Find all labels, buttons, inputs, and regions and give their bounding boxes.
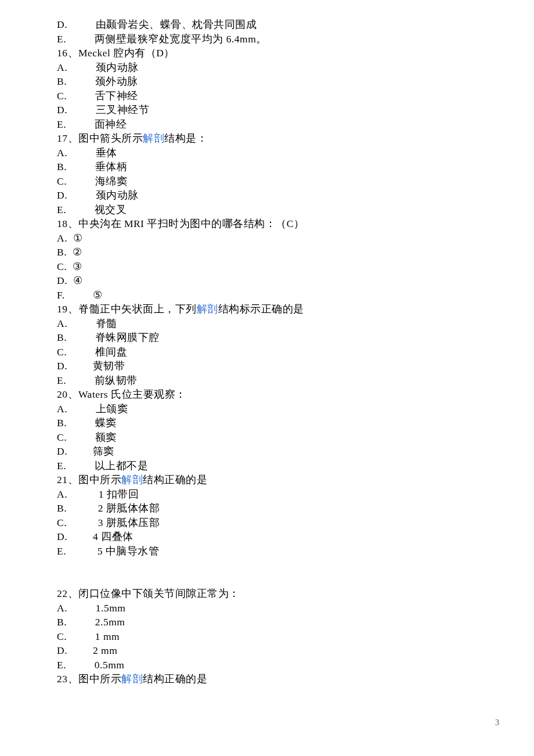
anatomy-link[interactable]: 解剖: [197, 303, 218, 315]
text-span: D. 4 四叠体: [57, 531, 134, 542]
text-span: 结构正确的是: [143, 673, 207, 685]
text-span: E. 前纵韧带: [57, 375, 138, 386]
text-line: 16、Meckel 腔内有（D）: [57, 46, 475, 60]
text-span: 21、图中所示: [57, 474, 121, 485]
text-span: D. 筛窦: [57, 445, 114, 457]
text-line: [57, 573, 475, 587]
text-line: D. ④: [57, 273, 475, 288]
text-line: E. 两侧壁最狭窄处宽度平均为 6.4mm。: [57, 32, 475, 46]
text-line: D. 黄韧带: [57, 359, 475, 373]
text-span: 16、Meckel 腔内有（D）: [57, 47, 175, 59]
text-span: B. 2 胼胝体体部: [57, 502, 160, 514]
text-span: F. ⑤: [57, 289, 103, 301]
text-line: 18、中央沟在 MRI 平扫时为图中的哪各结构：（C）: [57, 217, 475, 231]
text-line: C. 舌下神经: [57, 89, 475, 103]
text-span: 18、中央沟在 MRI 平扫时为图中的哪各结构：（C）: [57, 218, 304, 229]
text-line: B. 垂体柄: [57, 160, 475, 174]
text-span: A. 1.5mm: [57, 602, 125, 614]
text-line: D. 三叉神经节: [57, 103, 475, 117]
page-number: 3: [495, 716, 499, 730]
text-span: A. ①: [57, 232, 82, 244]
text-span: A. 上颌窦: [57, 403, 128, 415]
text-line: 20、Waters 氏位主要观察：: [57, 387, 475, 402]
text-span: C. 3 胼胝体压部: [57, 517, 160, 528]
text-line: B. 颈外动脉: [57, 74, 475, 89]
text-span: D. 三叉神经节: [57, 104, 149, 116]
text-line: B. 2.5mm: [57, 615, 475, 629]
text-line: C. 1 mm: [57, 629, 475, 644]
text-line: A. 1 扣带回: [57, 487, 475, 502]
text-line: C. 额窦: [57, 430, 475, 445]
text-line: 23、图中所示解剖结构正确的是: [57, 672, 475, 686]
text-span: B. ②: [57, 246, 82, 258]
text-line: D. 2 mm: [57, 643, 475, 658]
text-line: A. 颈内动脉: [57, 60, 475, 75]
text-span: E. 5 中脑导水管: [57, 545, 159, 557]
text-line: 17、图中箭头所示解剖结构是：: [57, 131, 475, 146]
text-line: E. 前纵韧带: [57, 373, 475, 388]
text-span: D. 2 mm: [57, 645, 117, 656]
text-line: B. ②: [57, 245, 475, 260]
text-span: D. 由颞骨岩尖、蝶骨、枕骨共同围成: [57, 19, 257, 30]
text-span: 17、图中箭头所示: [57, 132, 143, 144]
text-line: E. 0.5mm: [57, 658, 475, 672]
text-span: E. 以上都不是: [57, 460, 148, 471]
text-span: A. 脊髓: [57, 318, 117, 329]
text-span: B. 脊蛛网膜下腔: [57, 332, 160, 343]
text-line: 21、图中所示解剖结构正确的是: [57, 473, 475, 487]
text-span: C. 额窦: [57, 431, 117, 443]
text-span: 结构是：: [164, 132, 207, 144]
text-span: 19、脊髓正中矢状面上，下列: [57, 303, 197, 315]
text-line: A. 1.5mm: [57, 601, 475, 615]
text-span: A. 颈内动脉: [57, 62, 139, 73]
text-span: C. 海绵窦: [57, 175, 127, 187]
text-line: C. ③: [57, 260, 475, 274]
text-span: 结构正确的是: [143, 474, 207, 485]
text-span: B. 2.5mm: [57, 616, 125, 628]
text-line: E. 5 中脑导水管: [57, 544, 475, 559]
text-line: F. ⑤: [57, 288, 475, 303]
text-span: A. 垂体: [57, 147, 117, 159]
text-line: E. 视交叉: [57, 203, 475, 217]
text-line: C. 椎间盘: [57, 345, 475, 359]
text-span: A. 1 扣带回: [57, 488, 139, 500]
anatomy-link[interactable]: 解剖: [121, 673, 143, 685]
text-line: B. 脊蛛网膜下腔: [57, 330, 475, 345]
anatomy-link[interactable]: 解剖: [121, 474, 143, 485]
text-line: C. 海绵窦: [57, 174, 475, 189]
text-line: A. 垂体: [57, 146, 475, 160]
text-line: 19、脊髓正中矢状面上，下列解剖结构标示正确的是: [57, 302, 475, 316]
text-span: E. 面神经: [57, 118, 127, 130]
text-line: E. 面神经: [57, 117, 475, 132]
text-span: E. 视交叉: [57, 204, 127, 215]
text-span: E. 两侧壁最狭窄处宽度平均为 6.4mm。: [57, 33, 267, 45]
text-span: C. 椎间盘: [57, 346, 127, 358]
text-line: A. 上颌窦: [57, 402, 475, 416]
text-span: B. 颈外动脉: [57, 75, 138, 87]
document-body: D. 由颞骨岩尖、蝶骨、枕骨共同围成E. 两侧壁最狭窄处宽度平均为 6.4mm。…: [57, 17, 475, 686]
text-span: D. 颈内动脉: [57, 189, 139, 201]
text-span: B. 垂体柄: [57, 161, 127, 172]
text-span: 20、Waters 氏位主要观察：: [57, 388, 186, 400]
text-line: A. ①: [57, 231, 475, 246]
text-span: C. ③: [57, 261, 82, 272]
text-line: D. 由颞骨岩尖、蝶骨、枕骨共同围成: [57, 17, 475, 32]
text-line: [57, 558, 475, 573]
anatomy-link[interactable]: 解剖: [143, 132, 164, 144]
text-span: E. 0.5mm: [57, 659, 124, 671]
text-line: A. 脊髓: [57, 316, 475, 331]
text-line: B. 2 胼胝体体部: [57, 501, 475, 516]
text-span: D. 黄韧带: [57, 360, 125, 372]
text-span: C. 舌下神经: [57, 90, 138, 102]
text-line: C. 3 胼胝体压部: [57, 516, 475, 530]
text-line: D. 4 四叠体: [57, 530, 475, 544]
text-line: D. 筛窦: [57, 444, 475, 459]
text-span: B. 蝶窦: [57, 417, 117, 429]
text-line: D. 颈内动脉: [57, 188, 475, 203]
text-span: C. 1 mm: [57, 631, 120, 642]
document-page: D. 由颞骨岩尖、蝶骨、枕骨共同围成E. 两侧壁最狭窄处宽度平均为 6.4mm。…: [0, 0, 534, 756]
text-line: E. 以上都不是: [57, 459, 475, 473]
text-span: 结构标示正确的是: [218, 303, 304, 315]
text-line: B. 蝶窦: [57, 416, 475, 430]
text-span: D. ④: [57, 275, 82, 286]
